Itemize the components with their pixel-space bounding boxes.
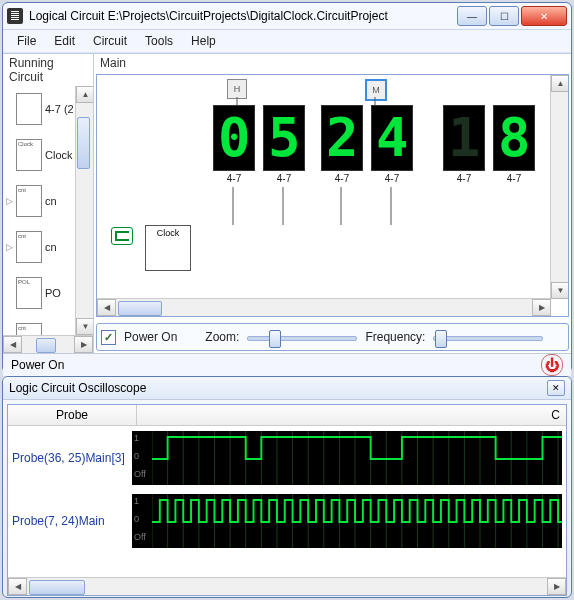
oscilloscope-window: Logic Circuit Oscilloscope ✕ Probe C Pro…	[2, 376, 572, 598]
seg7-display[interactable]: 84-7	[493, 105, 535, 184]
menu-circuit[interactable]: Circuit	[85, 31, 135, 51]
sidebar-title: Running Circuit	[3, 54, 93, 86]
minimize-button[interactable]: —	[457, 6, 487, 26]
tree-item-label: cn	[45, 241, 57, 253]
seg7-display[interactable]: 24-7	[321, 105, 363, 184]
circuit-icon	[16, 93, 42, 125]
oscilloscope-hscroll[interactable]: ◀ ▶	[8, 577, 566, 595]
canvas-hscroll[interactable]: ◀ ▶	[97, 298, 551, 316]
expand-icon[interactable]: ▷	[5, 242, 13, 252]
circuit-icon: POL	[16, 277, 42, 309]
scroll-left-icon[interactable]: ◀	[3, 336, 22, 353]
power-icon[interactable]: ⏻	[541, 354, 563, 376]
status-text: Power On	[11, 358, 64, 372]
menu-tools[interactable]: Tools	[137, 31, 181, 51]
zoom-slider[interactable]	[247, 328, 357, 346]
col-probe[interactable]: Probe	[8, 405, 137, 425]
expand-icon[interactable]: ▷	[5, 334, 13, 335]
titlebar[interactable]: Logical Circuit E:\Projects\CircuitProje…	[3, 3, 571, 30]
col-c[interactable]: C	[137, 405, 566, 425]
oscilloscope-body: Probe C Probe(36, 25)Main[3] 1 0 Off Pro…	[7, 404, 567, 596]
waveform[interactable]: 1 0 Off	[132, 494, 562, 548]
pane-title: Main	[94, 54, 571, 72]
oscilloscope-titlebar[interactable]: Logic Circuit Oscilloscope ✕	[3, 377, 571, 400]
oscilloscope-header: Probe C	[8, 405, 566, 426]
app-icon	[7, 8, 23, 24]
circuit-tree[interactable]: 4-7 (2 ClockClock ▷cntcn ▷cntcn POLPO ▷c…	[3, 86, 93, 335]
window-title: Logical Circuit E:\Projects\CircuitProje…	[29, 9, 457, 23]
sidebar-vscroll[interactable]: ▲ ▼	[75, 86, 93, 335]
power-label: Power On	[124, 330, 177, 344]
clock-block[interactable]: Clock	[145, 225, 191, 271]
tree-item-label: 4-7 (2	[45, 103, 74, 115]
expand-icon[interactable]: ▷	[5, 196, 13, 206]
pulse-source-icon[interactable]	[111, 227, 133, 245]
zoom-label: Zoom:	[205, 330, 239, 344]
oscilloscope-close-button[interactable]: ✕	[547, 380, 565, 396]
pin-h-button[interactable]: H	[227, 79, 247, 99]
scroll-left-icon[interactable]: ◀	[8, 578, 27, 595]
main-pane: Main H M 04-7 54-7 24-7 44-7 14-7 84-7 C…	[94, 54, 571, 353]
circuit-icon: cnt	[16, 231, 42, 263]
circuit-icon: cnt	[16, 323, 42, 335]
maximize-button[interactable]: ☐	[489, 6, 519, 26]
seg7-display[interactable]: 44-7	[371, 105, 413, 184]
menu-edit[interactable]: Edit	[46, 31, 83, 51]
seg7-display[interactable]: 14-7	[443, 105, 485, 184]
circuit-canvas[interactable]: H M 04-7 54-7 24-7 44-7 14-7 84-7 Clock	[96, 74, 569, 317]
tree-item-label: cn	[45, 195, 57, 207]
seg7-display[interactable]: 54-7	[263, 105, 305, 184]
sidebar: Running Circuit 4-7 (2 ClockClock ▷cntcn…	[3, 54, 94, 353]
app-window: Logical Circuit E:\Projects\CircuitProje…	[2, 2, 572, 373]
scroll-thumb[interactable]	[36, 338, 56, 353]
probe-name[interactable]: Probe(36, 25)Main[3]	[8, 451, 132, 465]
seg7-display[interactable]: 04-7	[213, 105, 255, 184]
scroll-down-icon[interactable]: ▼	[76, 318, 93, 335]
waveform[interactable]: 1 0 Off	[132, 431, 562, 485]
scroll-thumb[interactable]	[29, 580, 85, 595]
close-button[interactable]: ✕	[521, 6, 567, 26]
scroll-right-icon[interactable]: ▶	[547, 578, 566, 595]
tree-item-label: Clock	[45, 149, 73, 161]
scroll-right-icon[interactable]: ▶	[532, 299, 551, 316]
sidebar-hscroll[interactable]: ◀ ▶	[3, 335, 93, 353]
probe-name[interactable]: Probe(7, 24)Main	[8, 514, 132, 528]
scroll-down-icon[interactable]: ▼	[551, 282, 569, 299]
scroll-right-icon[interactable]: ▶	[74, 336, 93, 353]
power-checkbox[interactable]: ✓	[101, 330, 116, 345]
scroll-up-icon[interactable]: ▲	[76, 86, 93, 103]
oscilloscope-row: Probe(7, 24)Main 1 0 Off	[8, 489, 566, 552]
menu-help[interactable]: Help	[183, 31, 224, 51]
statusbar: Power On ⏻	[3, 353, 571, 376]
scroll-thumb[interactable]	[77, 117, 90, 169]
scroll-left-icon[interactable]: ◀	[97, 299, 116, 316]
oscilloscope-row: Probe(36, 25)Main[3] 1 0 Off	[8, 426, 566, 489]
oscilloscope-title: Logic Circuit Oscilloscope	[9, 381, 146, 395]
circuit-icon: Clock	[16, 139, 42, 171]
tree-item-label: PO	[45, 287, 61, 299]
tree-item-label: cn	[45, 333, 57, 335]
menubar: File Edit Circuit Tools Help	[3, 30, 571, 53]
frequency-label: Frequency:	[365, 330, 425, 344]
scroll-up-icon[interactable]: ▲	[551, 75, 569, 92]
canvas-vscroll[interactable]: ▲ ▼	[550, 75, 568, 299]
circuit-icon: cnt	[16, 185, 42, 217]
scroll-thumb[interactable]	[118, 301, 162, 316]
pin-m-button[interactable]: M	[365, 79, 387, 101]
control-bar: ✓ Power On Zoom: Frequency:	[96, 323, 569, 351]
menu-file[interactable]: File	[9, 31, 44, 51]
frequency-slider[interactable]	[433, 328, 543, 346]
